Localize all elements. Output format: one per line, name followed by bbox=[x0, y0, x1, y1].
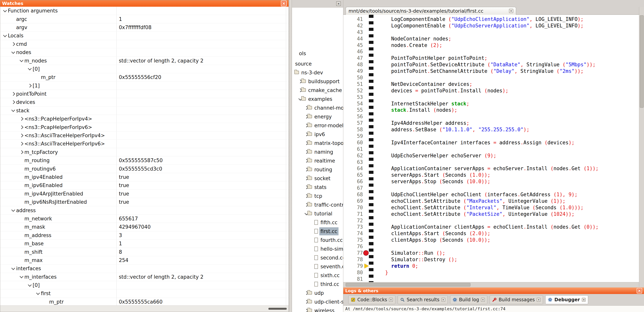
watches-hscrollbar[interactable] bbox=[0, 306, 288, 312]
line-number[interactable]: 75 bbox=[343, 237, 364, 243]
watches-close-button[interactable]: × bbox=[281, 0, 287, 6]
expand-arrow-icon[interactable] bbox=[18, 118, 24, 120]
tree-item-wireless[interactable]: wireless bbox=[292, 307, 343, 312]
line-number[interactable]: 80 bbox=[343, 270, 364, 275]
watch-row-devices[interactable]: devices bbox=[0, 98, 288, 106]
expand-arrow-icon[interactable] bbox=[18, 126, 24, 129]
tab-close-button[interactable]: × bbox=[442, 298, 445, 302]
tree-item-realtime[interactable]: realtime bbox=[292, 157, 343, 165]
code-text[interactable]: InternetStackHelper stack; bbox=[385, 101, 469, 107]
tree-item-socket[interactable]: socket bbox=[292, 174, 343, 182]
tree-item-channel-models[interactable]: channel-models bbox=[292, 104, 343, 112]
collapse-arrow-icon[interactable] bbox=[18, 276, 24, 278]
line-number[interactable]: 57 bbox=[343, 120, 364, 126]
watch-row-1[interactable]: [1] bbox=[0, 82, 288, 90]
tree-item-stats[interactable]: stats bbox=[292, 183, 343, 191]
line-number[interactable]: 72 bbox=[343, 218, 364, 223]
line-number[interactable]: 65 bbox=[343, 172, 364, 178]
code-line-67[interactable]: 67 bbox=[343, 185, 639, 191]
collapse-arrow-icon[interactable] bbox=[2, 10, 8, 12]
code-line-48[interactable]: 48 pointToPoint.SetDeviceAttribute ("Dat… bbox=[343, 61, 639, 68]
line-number[interactable]: 52 bbox=[343, 88, 364, 94]
watch-row-nodes[interactable]: nodes bbox=[0, 48, 288, 57]
editor-vscrollbar-thumb[interactable] bbox=[640, 15, 644, 108]
tree-item-energy[interactable]: energy bbox=[292, 113, 343, 121]
tree-item-naming[interactable]: naming bbox=[292, 148, 343, 156]
tree-item-udp[interactable]: udp bbox=[292, 289, 343, 297]
code-text[interactable]: clientApps.Stop (Seconds (10.0)); bbox=[385, 237, 490, 243]
watch-row-m-max[interactable]: m_max254 bbox=[0, 256, 288, 265]
code-line-76[interactable]: 76 bbox=[343, 243, 639, 250]
code-line-61[interactable]: 61 bbox=[343, 146, 639, 152]
line-number[interactable]: 79 bbox=[343, 263, 364, 269]
code-line-74[interactable]: 74 clientApps.Start (Seconds (2.0)); bbox=[343, 230, 639, 237]
tree-item-hello-simulator-cc[interactable]: hello-simulator.cc bbox=[292, 245, 343, 253]
line-number[interactable]: 55 bbox=[343, 107, 364, 113]
code-line-58[interactable]: 58 address.SetBase ("10.1.1.0", "255.255… bbox=[343, 126, 639, 133]
watch-row-0[interactable]: [0] bbox=[0, 65, 288, 73]
line-number[interactable]: 47 bbox=[343, 55, 364, 61]
line-number[interactable]: 77 bbox=[343, 250, 364, 256]
collapse-arrow-icon[interactable] bbox=[27, 68, 33, 70]
tree-item-matrix-topology[interactable]: matrix-topology bbox=[292, 139, 343, 147]
watch-row-address[interactable]: address bbox=[0, 206, 288, 214]
code-text[interactable]: echoClient.SetAttribute ("MaxPackets", U… bbox=[385, 198, 566, 204]
code-line-64[interactable]: 64 ApplicationContainer serverApps = ech… bbox=[343, 165, 639, 172]
code-text[interactable]: pointToPoint.SetChannelAttribute ("Delay… bbox=[385, 68, 584, 74]
tree-item-seventh-cc[interactable]: seventh.cc bbox=[292, 263, 343, 271]
editor-tab-first-cc[interactable]: mnt/dev/tools/source/ns-3-dev/examples/t… bbox=[346, 7, 516, 15]
watches-titlebar[interactable]: Watches × bbox=[0, 0, 288, 7]
expand-arrow-icon[interactable] bbox=[18, 151, 24, 154]
watch-row-interfaces[interactable]: interfaces bbox=[0, 265, 288, 273]
collapse-arrow-icon[interactable] bbox=[10, 52, 16, 53]
watch-row-argv[interactable]: argv0x7fffffffdf08 bbox=[0, 23, 288, 32]
code-text[interactable]: Ipv4AddressHelper address; bbox=[385, 120, 469, 126]
collapse-arrow-icon[interactable] bbox=[2, 35, 8, 37]
line-number[interactable]: 58 bbox=[343, 127, 364, 133]
code-text[interactable]: UdpEchoClientHelper echoClient (interfac… bbox=[385, 192, 578, 197]
code-line-68[interactable]: 68 UdpEchoClientHelper echoClient (inter… bbox=[343, 191, 639, 198]
tab-close-button[interactable]: × bbox=[537, 298, 540, 302]
code-line-43[interactable]: 43 bbox=[343, 29, 639, 35]
code-line-56[interactable]: 56 bbox=[343, 113, 639, 120]
watch-row-pointtopoint[interactable]: pointToPoint bbox=[0, 90, 288, 98]
editor-code-area[interactable]: 41 LogComponentEnable ("UdpEchoClientApp… bbox=[343, 15, 639, 282]
code-line-77[interactable]: 77 Simulator::Run (); bbox=[343, 250, 639, 256]
code-line-79[interactable]: 79 return 0; bbox=[343, 263, 639, 269]
code-text[interactable]: LogComponentEnable ("UdpEchoServerApplic… bbox=[385, 23, 584, 28]
code-text[interactable]: serverApps.Stop (Seconds (10.0)); bbox=[385, 179, 490, 184]
collapse-arrow-icon[interactable] bbox=[18, 60, 24, 61]
line-number[interactable]: 46 bbox=[343, 49, 364, 54]
line-number[interactable]: 45 bbox=[343, 42, 364, 48]
editor-vscrollbar[interactable] bbox=[639, 7, 644, 287]
pane-splitter[interactable] bbox=[289, 0, 292, 312]
code-line-57[interactable]: 57 Ipv4AddressHelper address; bbox=[343, 120, 639, 126]
line-number[interactable]: 44 bbox=[343, 36, 364, 42]
code-text[interactable]: clientApps.Start (Seconds (2.0)); bbox=[385, 231, 490, 236]
tree-item-examples[interactable]: examples bbox=[292, 95, 343, 103]
line-number[interactable]: 68 bbox=[343, 192, 364, 197]
expand-arrow-icon[interactable] bbox=[10, 93, 16, 95]
code-line-45[interactable]: 45 nodes.Create (2); bbox=[343, 42, 639, 48]
code-line-66[interactable]: 66 serverApps.Stop (Seconds (10.0)); bbox=[343, 178, 639, 185]
editor-hscrollbar[interactable] bbox=[343, 282, 639, 287]
watch-row-ns3-asciitracehelperforipv4[interactable]: <ns3::AsciiTraceHelperForIpv4> bbox=[0, 132, 288, 140]
code-text[interactable]: UdpEchoServerHelper echoServer (9); bbox=[385, 153, 496, 158]
tree-item-tutorial[interactable]: tutorial bbox=[292, 210, 343, 218]
tree-item-second-cc[interactable]: second.cc bbox=[292, 254, 343, 262]
watch-row-m-mask[interactable]: m_mask4294967040 bbox=[0, 223, 288, 231]
watch-row-function-arguments[interactable]: Function arguments bbox=[0, 7, 288, 15]
code-text[interactable]: LogComponentEnable ("UdpEchoClientApplic… bbox=[385, 16, 584, 22]
code-line-69[interactable]: 69 echoClient.SetAttribute ("MaxPackets"… bbox=[343, 198, 639, 204]
tree-item-third-cc[interactable]: third.cc bbox=[292, 280, 343, 288]
line-number[interactable]: 73 bbox=[343, 224, 364, 230]
code-line-80[interactable]: 80} bbox=[343, 269, 639, 276]
line-number[interactable]: 59 bbox=[343, 133, 364, 139]
code-text[interactable]: stack.Install (nodes); bbox=[385, 107, 457, 113]
watch-row-0[interactable]: [0] bbox=[0, 281, 288, 289]
line-number[interactable]: 66 bbox=[343, 179, 364, 184]
line-number[interactable]: 76 bbox=[343, 244, 364, 249]
logs-tab-debugger[interactable]: Debugger× bbox=[545, 295, 588, 304]
watch-row-m-ipv4arpjitterenabled[interactable]: m_ipv4ArpJitterEnabledtrue bbox=[0, 190, 288, 198]
code-text[interactable]: Simulator::Destroy (); bbox=[385, 257, 457, 262]
